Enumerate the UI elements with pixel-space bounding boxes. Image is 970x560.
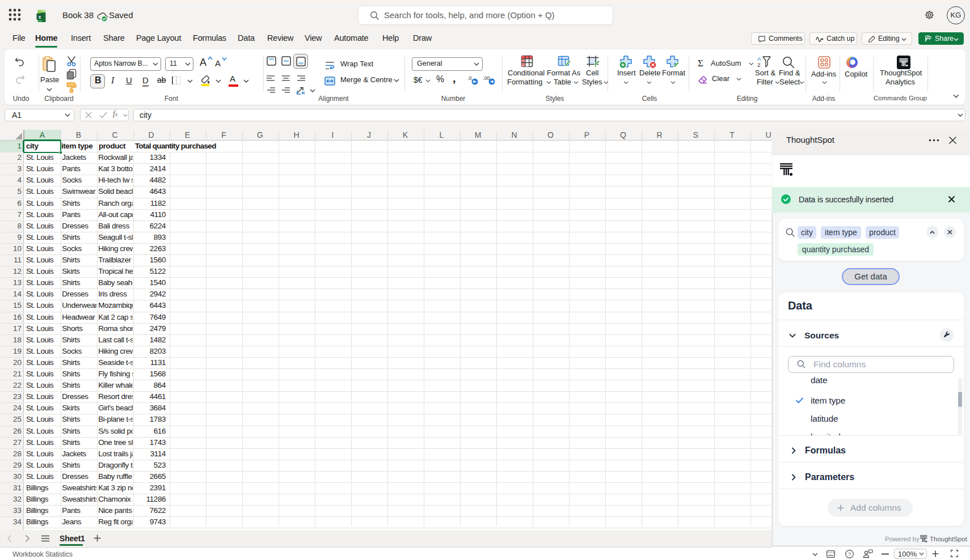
svg-text:.0: .0 <box>467 75 472 81</box>
svg-text:x: x <box>39 14 41 20</box>
svg-text:Z: Z <box>757 62 761 68</box>
svg-text:A: A <box>757 56 761 62</box>
svg-text:?: ? <box>848 551 851 557</box>
svg-text:.00: .00 <box>483 75 490 81</box>
